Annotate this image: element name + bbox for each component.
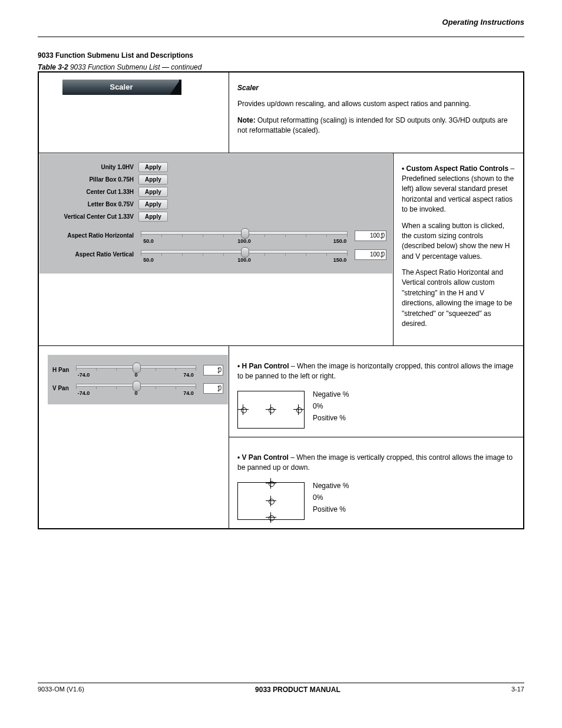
tick-label: 100.0 bbox=[236, 257, 253, 263]
footer-right: 3-17 bbox=[511, 686, 524, 694]
hpan-value[interactable]: 0 ▲▼ bbox=[203, 365, 223, 375]
footer-mid: 9033 PRODUCT MANUAL bbox=[255, 686, 340, 694]
apply-button[interactable]: Apply bbox=[138, 212, 168, 222]
tick-label: 74.0 bbox=[180, 390, 197, 396]
tick-label: -74.0 bbox=[75, 372, 92, 378]
slider-label: H Pan bbox=[52, 367, 74, 373]
legend-zero: 0% bbox=[313, 400, 349, 412]
slider-label: Aspect Ratio Horizontal bbox=[45, 232, 138, 239]
hpan-lead: • H Pan Control bbox=[237, 362, 289, 370]
vpan-section: • V Pan Control – When the image is vert… bbox=[229, 437, 523, 528]
table-row: Scaler Scaler Provides up/down rescaling… bbox=[38, 72, 524, 153]
tick-label: 74.0 bbox=[180, 372, 197, 378]
vpan-slider[interactable]: -74.0 0 74.0 bbox=[74, 380, 199, 396]
table-intro-label: Table 3-2 bbox=[38, 63, 68, 71]
page-footer: 9033-OM (V1.6) 9033 PRODUCT MANUAL 3-17 bbox=[38, 683, 524, 694]
section-title: 9033 Function Submenu List and Descripti… bbox=[38, 51, 524, 60]
table-intro-rest: 9033 Function Submenu List — continued bbox=[70, 63, 201, 71]
legend-pos: Positive % bbox=[313, 503, 349, 515]
tick-label: -74.0 bbox=[75, 390, 92, 396]
arc-h-value[interactable]: 100.0 ▲▼ bbox=[355, 230, 386, 241]
tick-label: 100.0 bbox=[236, 238, 253, 244]
apply-button[interactable]: Apply bbox=[138, 162, 168, 172]
hpan-section: • H Pan Control – When the image is hori… bbox=[229, 346, 523, 437]
table-row: Unity 1.0HVApply Pillar Box 0.75HApply C… bbox=[38, 153, 524, 346]
apply-button[interactable]: Apply bbox=[138, 174, 168, 185]
arc-body-3: The Aspect Ratio Horizontal and Vertical… bbox=[402, 268, 515, 329]
stepper-icon[interactable]: ▲▼ bbox=[217, 366, 222, 374]
apply-button[interactable]: Apply bbox=[138, 187, 168, 197]
table-intro: Table 3-2 9033 Function Submenu List — c… bbox=[38, 63, 524, 71]
preset-label: Pillar Box 0.75H bbox=[45, 176, 138, 183]
vpan-diagram bbox=[237, 482, 305, 520]
apply-button[interactable]: Apply bbox=[138, 199, 168, 209]
function-table: Scaler Scaler Provides up/down rescaling… bbox=[38, 71, 524, 529]
header-rule bbox=[38, 37, 524, 37]
arc-body-2: When a scaling button is clicked, the cu… bbox=[402, 221, 515, 262]
legend-zero: 0% bbox=[313, 492, 349, 503]
stepper-icon[interactable]: ▲▼ bbox=[380, 232, 385, 240]
aspect-ratio-panel: Unity 1.0HVApply Pillar Box 0.75HApply C… bbox=[39, 153, 393, 274]
preset-label: Unity 1.0HV bbox=[45, 164, 138, 170]
footer-left: 9033-OM (V1.6) bbox=[38, 686, 84, 694]
preset-label: Center Cut 1.33H bbox=[45, 189, 138, 195]
scaler-lead: Scaler bbox=[237, 84, 259, 92]
tick-label: 50.0 bbox=[140, 238, 157, 244]
arc-lead: • Custom Aspect Ratio Controls bbox=[402, 164, 508, 173]
legend-neg: Negative % bbox=[313, 388, 349, 400]
scaler-desc-1: Provides up/down rescaling, and allows c… bbox=[237, 99, 515, 109]
note-body: Output reformatting (scaling) is intende… bbox=[237, 116, 508, 134]
vpan-lead: • V Pan Control bbox=[237, 453, 289, 462]
hpan-slider[interactable]: -74.0 0 74.0 bbox=[74, 362, 199, 378]
hpan-diagram bbox=[237, 391, 305, 429]
vpan-value[interactable]: 0 ▲▼ bbox=[203, 383, 223, 394]
tick-label: 150.0 bbox=[331, 257, 349, 263]
legend-neg: Negative % bbox=[313, 480, 349, 492]
pan-panel: H Pan -74.0 0 74.0 0 ▲▼ bbox=[47, 354, 229, 405]
preset-label: Letter Box 0.75V bbox=[45, 201, 138, 207]
header-section: Operating Instructions bbox=[442, 18, 524, 27]
arc-v-slider[interactable]: 50.0 100.0 150.0 bbox=[138, 246, 350, 263]
arc-v-value[interactable]: 100.0 ▲▼ bbox=[355, 249, 386, 260]
stepper-icon[interactable]: ▲▼ bbox=[217, 384, 222, 393]
table-row: H Pan -74.0 0 74.0 0 ▲▼ bbox=[38, 346, 524, 529]
slider-label: V Pan bbox=[52, 385, 74, 391]
arc-h-slider[interactable]: 50.0 100.0 150.0 bbox=[138, 228, 350, 244]
stepper-icon[interactable]: ▲▼ bbox=[380, 251, 385, 259]
tick-label: 150.0 bbox=[331, 238, 349, 244]
scaler-chip: Scaler bbox=[62, 80, 180, 95]
tick-label: 50.0 bbox=[140, 257, 157, 263]
note-label: Note: bbox=[237, 116, 256, 124]
slider-label: Aspect Ratio Vertical bbox=[45, 251, 138, 258]
preset-label: Vertical Center Cut 1.33V bbox=[45, 213, 138, 220]
legend-pos: Positive % bbox=[313, 412, 349, 424]
